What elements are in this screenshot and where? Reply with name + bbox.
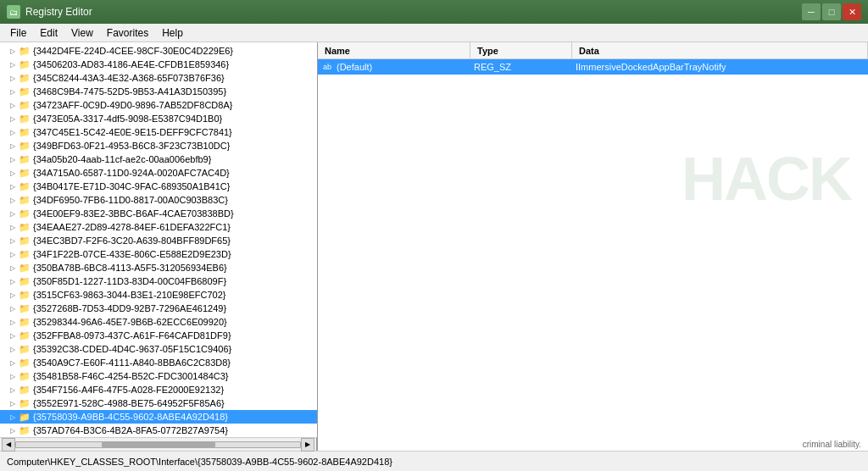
menu-item-edit[interactable]: Edit xyxy=(33,24,64,42)
tree-item[interactable]: ▷📁{345C8244-43A3-4E32-A368-65F073B76F36} xyxy=(0,71,317,85)
folder-icon: 📁 xyxy=(19,114,31,125)
tree-item-label: {34506203-AD83-4186-AE4E-CFDB1E859346} xyxy=(33,59,229,69)
tree-expand-icon[interactable]: ▷ xyxy=(7,58,19,70)
tree-item[interactable]: ▷📁{34a05b20-4aab-11cf-ae2c-00aa006ebfb9} xyxy=(0,152,317,166)
tree-item[interactable]: ▷📁{34B0417E-E71D-304C-9FAC-689350A1B41C} xyxy=(0,180,317,193)
tree-expand-icon[interactable]: ▷ xyxy=(7,42,19,43)
tree-expand-icon[interactable]: ▷ xyxy=(7,99,19,111)
tree-expand-icon[interactable]: ▷ xyxy=(7,370,19,382)
tree-item[interactable]: ▷📁{34EC3BD7-F2F6-3C20-A639-804BFF89DF65} xyxy=(0,234,317,247)
main-content: ▷📁{34418787-726B-3E74-AEED-C01397FC707D}… xyxy=(0,42,868,451)
entries-panel[interactable]: ab(Default)REG_SZIImmersiveDockedAppBarT… xyxy=(318,59,868,451)
entry-data: IImmersiveDockedAppBarTrayNotify xyxy=(572,62,868,72)
tree-expand-icon[interactable]: ▷ xyxy=(7,424,19,436)
tree-item[interactable]: ▷📁{3442D4FE-224D-4CEE-98CF-30E0C4D229E6} xyxy=(0,44,317,58)
tree-expand-icon[interactable]: ▷ xyxy=(7,167,19,179)
tree-item[interactable]: ▷📁{35758039-A9BB-4C55-9602-8ABE4A92D418} xyxy=(0,410,317,424)
tree-expand-icon[interactable]: ▷ xyxy=(7,262,19,274)
tree-expand-icon[interactable]: ▷ xyxy=(7,384,19,396)
tree-expand-icon[interactable]: ▷ xyxy=(7,343,19,355)
tree-item-label: {34EC3BD7-F2F6-3C20-A639-804BFF89DF65} xyxy=(33,236,231,246)
tree-item[interactable]: ▷📁{35392C38-CDED-4D4C-9637-05F15C1C9406} xyxy=(0,342,317,356)
folder-icon: 📁 xyxy=(19,100,31,111)
h-scroll-track[interactable] xyxy=(15,441,301,448)
tree-expand-icon[interactable]: ▷ xyxy=(7,180,19,192)
tree-expand-icon[interactable]: ▷ xyxy=(7,126,19,138)
tree-item[interactable]: ▷📁{34506203-AD83-4186-AE4E-CFDB1E859346} xyxy=(0,58,317,71)
tree-item[interactable]: ▷📁{34EAAE27-2D89-4278-84EF-61DEFA322FC1} xyxy=(0,220,317,234)
folder-icon: 📁 xyxy=(19,59,31,70)
tree-item-label: {354F7156-A4F6-47F5-A028-FE2000E92132} xyxy=(33,385,224,395)
entry-row[interactable]: ab(Default)REG_SZIImmersiveDockedAppBarT… xyxy=(318,59,868,75)
col-header-type[interactable]: Type xyxy=(470,42,572,58)
tree-item[interactable]: ▷📁{3515CF63-9863-3044-B3E1-210E98EFC702} xyxy=(0,288,317,302)
tree-expand-icon[interactable]: ▷ xyxy=(7,86,19,97)
menu-item-favorites[interactable]: Favorites xyxy=(100,24,155,42)
tree-item[interactable]: ▷📁{34A715A0-6587-11D0-924A-0020AFC7AC4D} xyxy=(0,166,317,180)
tree-expand-icon[interactable]: ▷ xyxy=(7,397,19,409)
tree-expand-icon[interactable]: ▷ xyxy=(7,302,19,314)
tree-expand-icon[interactable]: ▷ xyxy=(7,153,19,165)
tree-item[interactable]: ▷📁{3468C9B4-7475-52D5-9B53-A41A3D150395} xyxy=(0,85,317,98)
tree-item-label: {3473E05A-3317-4df5-9098-E5387C94D1B0} xyxy=(33,114,222,124)
tree-expand-icon[interactable]: ▷ xyxy=(7,289,19,301)
tree-item[interactable]: ▷📁{357AD764-B3C6-4B2A-8FA5-0772B27A9754} xyxy=(0,424,317,437)
tree-item[interactable]: ▷📁{349BFD63-0F21-4953-B6C8-3F23C73B10DC} xyxy=(0,139,317,152)
folder-icon: 📁 xyxy=(19,195,31,206)
tree-item[interactable]: ▷📁{347C45E1-5C42-4E0E-9E15-DEFF9CFC7841} xyxy=(0,125,317,139)
minimize-button[interactable]: ─ xyxy=(802,3,821,20)
tree-item[interactable]: ▷📁{350BA78B-6BC8-4113-A5F5-312056934EB6} xyxy=(0,261,317,274)
tree-expand-icon[interactable]: ▷ xyxy=(7,248,19,260)
tree-item[interactable]: ▷📁{34E00EF9-83E2-3BBC-B6AF-4CAE703838BD} xyxy=(0,207,317,220)
col-header-name[interactable]: Name xyxy=(318,42,470,58)
close-button[interactable]: ✕ xyxy=(843,3,861,20)
tree-item[interactable]: ▷📁{3540A9C7-E60F-4111-A840-8BBA6C2C83D8} xyxy=(0,356,317,369)
tree-item[interactable]: ▷📁{354F7156-A4F6-47F5-A028-FE2000E92132} xyxy=(0,383,317,396)
tree-item[interactable]: ▷📁{3552E971-528C-4988-BE75-64952F5F85A6} xyxy=(0,396,317,410)
tree-item[interactable]: ▷📁{352FFBA8-0973-437C-A61F-F64CAFD81DF9} xyxy=(0,329,317,342)
entry-name: ab(Default) xyxy=(318,62,470,72)
folder-icon: 📁 xyxy=(19,127,31,138)
folder-icon: 📁 xyxy=(19,398,31,409)
tree-expand-icon[interactable]: ▷ xyxy=(7,194,19,206)
tree-expand-icon[interactable]: ▷ xyxy=(7,208,19,219)
menu-item-help[interactable]: Help xyxy=(155,24,190,42)
maximize-button[interactable]: □ xyxy=(822,3,841,20)
tree-item[interactable]: ▷📁{35298344-96A6-45E7-9B6B-62ECC6E09920} xyxy=(0,315,317,329)
tree-expand-icon[interactable]: ▷ xyxy=(7,72,19,84)
tree-item[interactable]: ▷📁{3527268B-7D53-4DD9-92B7-7296AE461249} xyxy=(0,302,317,315)
tree-expand-icon[interactable]: ▷ xyxy=(7,45,19,57)
tree-item-label: {34DF6950-7FB6-11D0-8817-00A0C903B83C} xyxy=(33,195,228,205)
tree-item[interactable]: ▷📁{3473E05A-3317-4df5-9098-E5387C94D1B0} xyxy=(0,112,317,125)
tree-expand-icon[interactable]: ▷ xyxy=(7,221,19,233)
tree-expand-icon[interactable]: ▷ xyxy=(7,140,19,152)
tree-expand-icon[interactable]: ▷ xyxy=(7,235,19,247)
tree-item[interactable]: ▷📁{34F1F22B-07CE-433E-806C-E588E2D9E23D} xyxy=(0,247,317,261)
tree-expand-icon[interactable]: ▷ xyxy=(7,275,19,287)
tree-expand-icon[interactable]: ▷ xyxy=(7,330,19,341)
tree-item[interactable]: ▷📁{35481B58-F46C-4254-B52C-FDC3001484C3} xyxy=(0,369,317,383)
scroll-left-arrow[interactable]: ◀ xyxy=(2,438,15,452)
col-header-data[interactable]: Data xyxy=(572,42,868,58)
app-icon: 🗂 xyxy=(7,5,20,19)
tree-item[interactable]: ▷📁{34723AFF-0C9D-49D0-9896-7AB52DF8CD8A} xyxy=(0,98,317,112)
tree-panel[interactable]: ▷📁{34418787-726B-3E74-AEED-C01397FC707D}… xyxy=(0,42,318,437)
tree-expand-icon[interactable]: ▷ xyxy=(7,357,19,368)
scroll-right-arrow[interactable]: ▶ xyxy=(301,438,314,452)
title-bar: 🗂 Registry Editor ─ □ ✕ xyxy=(0,0,868,24)
tree-item[interactable]: ▷📁{34DF6950-7FB6-11D0-8817-00A0C903B83C} xyxy=(0,193,317,207)
tree-item-label: {34E00EF9-83E2-3BBC-B6AF-4CAE703838BD} xyxy=(33,208,234,219)
tree-item-label: {34B0417E-E71D-304C-9FAC-689350A1B41C} xyxy=(33,181,230,191)
status-bar: Computer\HKEY_CLASSES_ROOT\Interface\{35… xyxy=(0,451,868,471)
horizontal-scrollbar[interactable]: ◀ ▶ xyxy=(0,437,317,451)
menu-item-file[interactable]: File xyxy=(3,24,33,42)
tree-expand-icon[interactable]: ▷ xyxy=(7,411,19,423)
tree-item[interactable]: ▷📁{350F85D1-1227-11D3-83D4-00C04FB6809F} xyxy=(0,274,317,288)
folder-icon: 📁 xyxy=(19,263,31,274)
folder-icon: 📁 xyxy=(19,46,31,57)
menu-item-view[interactable]: View xyxy=(64,24,100,42)
tree-expand-icon[interactable]: ▷ xyxy=(7,316,19,328)
folder-icon: 📁 xyxy=(19,168,31,179)
entry-icon: ab xyxy=(321,63,333,71)
tree-expand-icon[interactable]: ▷ xyxy=(7,113,19,125)
